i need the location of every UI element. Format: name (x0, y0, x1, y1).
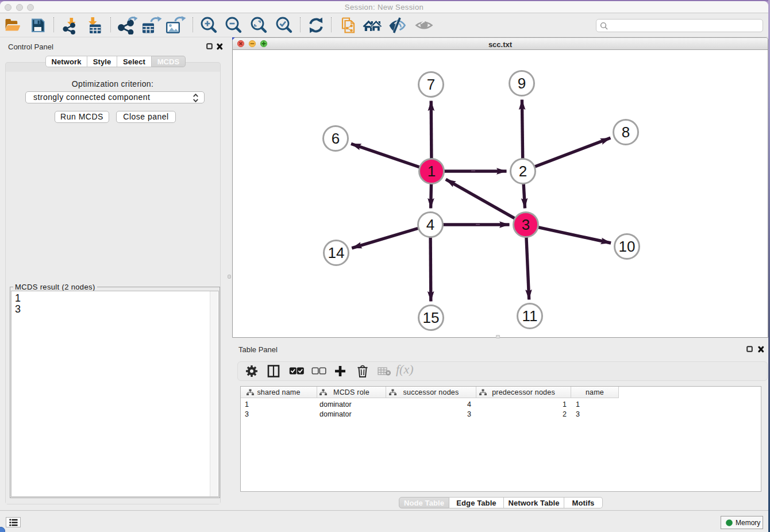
svg-text:7: 7 (427, 76, 435, 93)
svg-text:15: 15 (423, 309, 440, 326)
svg-text:6: 6 (332, 130, 340, 147)
svg-text:4: 4 (426, 216, 434, 233)
svg-text:10: 10 (619, 238, 636, 255)
svg-text:1: 1 (428, 163, 436, 180)
svg-text:14: 14 (328, 244, 345, 261)
svg-text:9: 9 (518, 75, 526, 92)
svg-text:3: 3 (522, 216, 530, 233)
svg-text:8: 8 (622, 124, 630, 141)
svg-text:11: 11 (522, 307, 538, 325)
svg-text:2: 2 (519, 163, 527, 180)
